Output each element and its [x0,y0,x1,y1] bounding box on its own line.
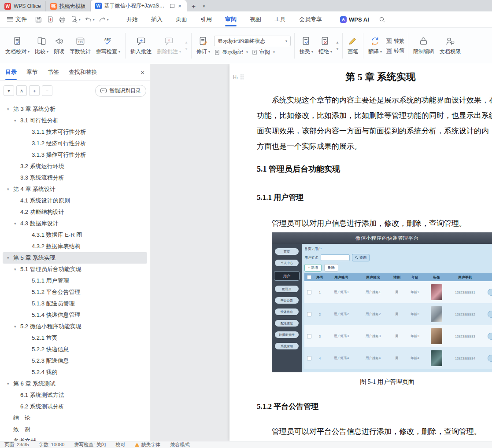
toc-item[interactable]: 4.3.2 数据库表结构 [3,241,147,252]
previous-comment-button[interactable]: ▲ [185,41,188,44]
close-icon[interactable]: × [141,69,144,76]
tabs-menu-icon[interactable]: ▾ [200,1,208,11]
toc-item[interactable]: ▾第 6 章 系统测试 [3,378,147,389]
markup-state-dropdown[interactable]: 显示标记的最终状态 ▾ [214,36,291,46]
delete-comment-button[interactable]: 删除批注▾ [154,34,184,58]
toc-item[interactable]: 3.3 系统流程分析 [3,172,147,184]
insert-comment-button[interactable]: 插入批注 [128,34,154,58]
search-button[interactable] [379,16,385,23]
redo-button[interactable]: ▾ [97,15,110,25]
compat-mode-indicator[interactable]: 兼容模式 [170,441,189,448]
window-tab[interactable]: 稿找稿壳模板 [46,1,91,11]
menu-tab[interactable]: 开始 [121,11,144,27]
expand-all-button[interactable]: ＋ [29,85,40,96]
toc-item[interactable]: 6.2 系统测试分析 [3,401,147,412]
window-tab[interactable]: W基于微信小程序+JavaSSM+M× [91,0,187,11]
previous-change-button[interactable]: ▲ [336,41,339,44]
chevron-down-icon[interactable]: ▾ [7,107,13,111]
chevron-down-icon[interactable]: ▾ [14,324,20,329]
next-comment-button[interactable]: ▼ [185,48,188,51]
restrict-editing-button[interactable]: 限制编辑 [411,34,437,58]
save-button[interactable] [33,15,44,25]
tab-bookmarks[interactable]: 书签 [48,64,59,80]
pen-button[interactable]: 画笔 [345,34,361,58]
toc-item[interactable]: 5.1.3 配送员管理 [3,298,147,309]
show-markup-button[interactable]: 显示标记 ▾ [214,48,248,56]
menu-tab[interactable]: 审阅 [219,11,242,27]
chevron-down-icon[interactable]: ▾ [14,118,20,123]
review-mode-button[interactable]: 审阅 ▾ [252,48,275,56]
drag-handle-icon[interactable] [240,74,244,80]
toc-item[interactable]: ▾第 5 章 系统实现 [3,252,147,264]
document-permission-button[interactable]: 文档权限 [437,34,463,58]
tab-close-icon[interactable]: × [177,3,182,9]
locate-button[interactable]: ∧ [16,85,27,96]
toc-item[interactable]: 结 论 [3,412,147,424]
translate-button[interactable]: 翻译▾ [366,34,385,58]
smart-toc-button[interactable]: 智能识别目录 [95,85,146,97]
toc-item[interactable]: 6.1 系统测试方法 [3,389,147,401]
tab-toc[interactable]: 目录 [5,64,17,80]
wps-ai-button[interactable]: A WPS AI [340,16,369,23]
toc-item[interactable]: 5.2.2 快递信息 [3,344,147,355]
tab-chapters[interactable]: 章节 [26,64,38,80]
chevron-down-icon[interactable]: ▾ [14,267,20,272]
collapse-all-button[interactable]: － [42,85,52,96]
toc-item[interactable]: 参考文献 [3,435,147,441]
word-count-indicator[interactable]: 字数: 10080 [39,441,65,448]
toc-item[interactable]: 3.1.2 经济可行性分析 [3,138,147,149]
undo-button[interactable]: ▾ [83,15,96,25]
spellcheck-indicator[interactable]: 拼写检查: 关闭 [74,441,106,448]
read-aloud-button[interactable]: 朗读 [51,34,67,58]
toc-item[interactable]: 3.1.1 技术可行性分析 [3,126,147,138]
document-proofing-button[interactable]: 文档校对▾ [3,34,32,58]
chevron-down-icon[interactable]: ▾ [14,221,20,226]
next-change-button[interactable]: ▼ [336,48,339,51]
to-traditional-button[interactable]: 繁 转繁 [386,37,404,45]
chevron-down-icon[interactable]: ▾ [7,187,13,191]
toc-item[interactable]: 5.2.1 首页 [3,332,147,344]
toc-item[interactable]: 5.2.3 配送信息 [3,355,147,367]
proofing-indicator[interactable]: 校对 [115,441,125,448]
toc-item[interactable]: ▾3.1 可行性分析 [3,115,147,126]
compare-button[interactable]: 比较▾ [32,34,51,58]
menu-tab[interactable]: 视图 [244,11,267,27]
toc-item[interactable]: 5.1.1 用户管理 [3,275,147,286]
new-tab-button[interactable]: ＋ [187,1,200,11]
tab-find-replace[interactable]: 查找和替换 [69,64,97,80]
chevron-down-icon[interactable]: ▾ [7,382,13,386]
menu-tab[interactable]: 工具 [269,11,292,27]
menu-tab[interactable]: 会员专享 [293,11,328,27]
menu-tab[interactable]: 插入 [145,11,168,27]
export-pdf-button[interactable] [45,15,56,25]
menu-tab[interactable]: 页面 [170,11,193,27]
missing-font-warning[interactable]: 缺失字体 [135,441,160,448]
print-button[interactable] [57,15,68,25]
collapse-options-button[interactable]: ▾ [4,85,14,96]
toc-item[interactable]: 3.1.3 操作可行性分析 [3,149,147,161]
accept-change-button[interactable]: 接受▾ [297,34,316,58]
toc-item[interactable]: ▾第 3 章 系统分析 [3,103,147,115]
toc-item[interactable]: ▾5.2 微信小程序功能实现 [3,321,147,332]
reject-change-button[interactable]: 拒绝▾ [316,34,335,58]
to-simplified-button[interactable]: 简 转简 [386,47,404,55]
spell-check-button[interactable]: ABC 拼写检查▾ [93,34,123,58]
toc-item[interactable]: 5.1.4 快递信息管理 [3,309,147,321]
chevron-down-icon[interactable]: ▾ [7,256,13,260]
figure-admin-screenshot[interactable]: 微信小程序的快递管理平台 首页个人中心 用户 配送员平台公告快递信息配送信息轮播… [272,232,492,372]
toc-item[interactable]: ▾5.1 管理员后台功能实现 [3,264,147,275]
toc-item[interactable]: 4.2 功能结构设计 [3,206,147,218]
toc-item[interactable]: 5.1.2 平台公告管理 [3,286,147,298]
toc-item[interactable]: 4.3.1 数据库 E-R 图 [3,229,147,241]
toc-item[interactable]: ▾第 4 章 系统设计 [3,184,147,195]
word-count-button[interactable]: 123 字数统计 [67,34,93,58]
track-changes-button[interactable]: 修订▾ [194,34,213,58]
tab-detach-icon[interactable] [170,4,174,8]
print-preview-button[interactable]: ▾ [69,15,82,25]
toc-item[interactable]: ▾4.3 数据库设计 [3,218,147,229]
toc-item[interactable]: 致 谢 [3,424,147,435]
document-page[interactable]: H₁ 第 5 章 系统实现 系统实现这个章节的内容主要还是展示系统的功能界面设计… [229,64,492,441]
window-tab[interactable]: WWPS Office [0,1,46,11]
toc-item[interactable]: 4.1 系统设计的原则 [3,195,147,206]
toc-item[interactable]: 3.2 系统运行环境 [3,161,147,172]
